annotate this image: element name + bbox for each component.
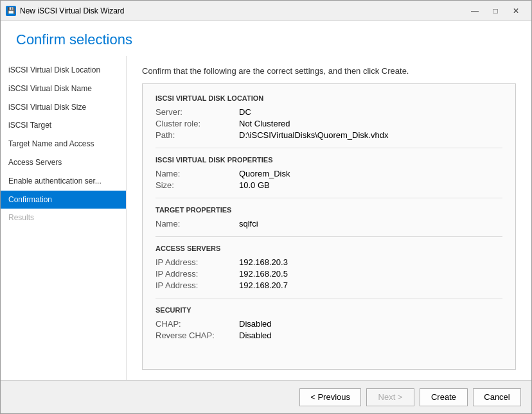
divider bbox=[155, 148, 502, 148]
disk-location-section: ISCSI VIRTUAL DISK LOCATION Server: DC C… bbox=[155, 94, 502, 140]
prop-value: sqlfci bbox=[239, 219, 258, 229]
maximize-button[interactable]: □ bbox=[485, 4, 506, 18]
sidebar-item-iscsi-virtual-disk-name[interactable]: iSCSI Virtual Disk Name bbox=[1, 80, 126, 98]
divider bbox=[155, 198, 502, 198]
prop-value: Not Clustered bbox=[239, 119, 290, 128]
sidebar-item-enable-authentication[interactable]: Enable authentication ser... bbox=[1, 172, 126, 191]
security-section: SECURITY CHAP: Disabled Reverse CHAP: Di… bbox=[155, 306, 502, 340]
prop-label: Name: bbox=[155, 169, 239, 178]
access-servers-title: ACCESS SERVERS bbox=[155, 245, 502, 252]
minimize-button[interactable]: — bbox=[465, 4, 485, 18]
divider bbox=[155, 236, 502, 237]
disk-properties-section: ISCSI VIRTUAL DISK PROPERTIES Name: Quor… bbox=[155, 156, 502, 190]
sidebar-item-access-servers[interactable]: Access Servers bbox=[1, 153, 126, 172]
prop-label: Server: bbox=[155, 107, 239, 117]
prop-label: IP Address: bbox=[155, 269, 239, 279]
sidebar-item-target-name-and-access[interactable]: Target Name and Access bbox=[1, 135, 126, 153]
window-controls: — □ ✕ bbox=[465, 4, 526, 18]
window-title: New iSCSI Virtual Disk Wizard bbox=[20, 6, 465, 15]
prop-label: Path: bbox=[155, 130, 239, 140]
sidebar-item-iscsi-target[interactable]: iSCSI Target bbox=[1, 116, 126, 135]
target-properties-title: TARGET PROPERTIES bbox=[155, 206, 502, 214]
prop-row: Name: sqlfci bbox=[155, 219, 502, 229]
prop-row: IP Address: 192.168.20.3 bbox=[155, 257, 502, 267]
next-button[interactable]: Next > bbox=[366, 388, 414, 406]
create-button[interactable]: Create bbox=[420, 388, 468, 406]
prop-value: 192.168.20.3 bbox=[239, 257, 288, 267]
sidebar-item-iscsi-virtual-disk-location[interactable]: iSCSI Virtual Disk Location bbox=[1, 61, 126, 80]
prop-label: IP Address: bbox=[155, 257, 239, 267]
info-panel: ISCSI VIRTUAL DISK LOCATION Server: DC C… bbox=[142, 83, 516, 370]
target-properties-section: TARGET PROPERTIES Name: sqlfci bbox=[155, 206, 502, 229]
prop-value: Quorem_Disk bbox=[239, 169, 290, 178]
prop-label: IP Address: bbox=[155, 280, 239, 290]
prop-value: 192.168.20.7 bbox=[239, 280, 288, 290]
prop-value: DC bbox=[239, 107, 251, 117]
prop-value: Disabled bbox=[239, 319, 272, 329]
sidebar: iSCSI Virtual Disk LocationiSCSI Virtual… bbox=[1, 56, 127, 380]
prop-value: 10.0 GB bbox=[239, 180, 270, 190]
security-title: SECURITY bbox=[155, 306, 502, 314]
prop-label: Reverse CHAP: bbox=[155, 331, 239, 340]
prop-label: Size: bbox=[155, 180, 239, 190]
access-servers-section: ACCESS SERVERS IP Address: 192.168.20.3 … bbox=[155, 245, 502, 290]
prop-row: Size: 10.0 GB bbox=[155, 180, 502, 190]
sidebar-item-results: Results bbox=[1, 209, 126, 227]
prop-row: IP Address: 192.168.20.5 bbox=[155, 269, 502, 279]
previous-button[interactable]: < Previous bbox=[299, 388, 361, 406]
divider bbox=[155, 298, 502, 298]
prop-row: CHAP: Disabled bbox=[155, 319, 502, 329]
sidebar-item-iscsi-virtual-disk-size[interactable]: iSCSI Virtual Disk Size bbox=[1, 98, 126, 117]
prop-row: Cluster role: Not Clustered bbox=[155, 119, 502, 128]
prop-label: CHAP: bbox=[155, 319, 239, 329]
cancel-button[interactable]: Cancel bbox=[473, 388, 521, 406]
disk-properties-title: ISCSI VIRTUAL DISK PROPERTIES bbox=[155, 156, 502, 164]
page-title: Confirm selections bbox=[1, 21, 531, 56]
footer: < Previous Next > Create Cancel bbox=[1, 380, 531, 413]
prop-label: Name: bbox=[155, 219, 239, 229]
title-bar: 💾 New iSCSI Virtual Disk Wizard — □ ✕ bbox=[1, 1, 531, 21]
prop-value: D:\iSCSIVirtualDisks\Quorem_Disk.vhdx bbox=[239, 130, 388, 140]
prop-row: Server: DC bbox=[155, 107, 502, 117]
prop-row: Path: D:\iSCSIVirtualDisks\Quorem_Disk.v… bbox=[155, 130, 502, 140]
disk-location-title: ISCSI VIRTUAL DISK LOCATION bbox=[155, 94, 502, 102]
app-icon: 💾 bbox=[6, 6, 16, 16]
wizard-window: 💾 New iSCSI Virtual Disk Wizard — □ ✕ Co… bbox=[0, 0, 532, 414]
main-content: Confirm that the following are the corre… bbox=[127, 56, 531, 380]
prop-row: IP Address: 192.168.20.7 bbox=[155, 280, 502, 290]
prop-value: 192.168.20.5 bbox=[239, 269, 288, 279]
prop-value: Disabled bbox=[239, 331, 272, 340]
prop-row: Name: Quorem_Disk bbox=[155, 169, 502, 178]
main-header-text: Confirm that the following are the corre… bbox=[127, 56, 531, 83]
prop-label: Cluster role: bbox=[155, 119, 239, 128]
close-button[interactable]: ✕ bbox=[506, 4, 526, 18]
sidebar-item-confirmation[interactable]: Confirmation bbox=[1, 191, 126, 209]
prop-row: Reverse CHAP: Disabled bbox=[155, 331, 502, 340]
content-area: iSCSI Virtual Disk LocationiSCSI Virtual… bbox=[1, 56, 531, 380]
